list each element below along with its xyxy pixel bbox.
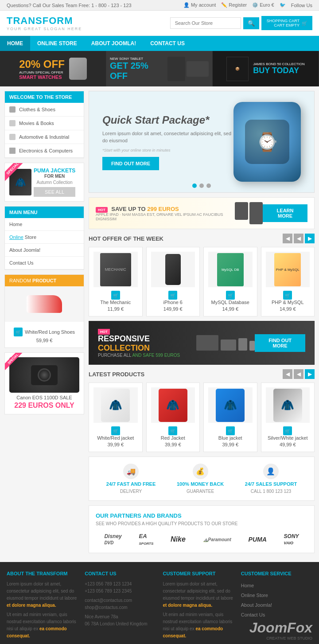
white-jacket-cart-btn[interactable]: 🛒 (111, 426, 120, 435)
features-section: 🚚 24/7 FAST AND FREE DELIVERY 💰 100% MON… (89, 457, 315, 501)
sidebar-item-clothes[interactable]: Clothes & Shoes (5, 103, 84, 117)
latest-next[interactable]: ▶ (305, 369, 315, 379)
cart-label: SHOPPING CART (267, 19, 300, 23)
hot-offer-prev2[interactable]: ◀ (294, 234, 303, 243)
random-product-price: 59,99 € (9, 338, 79, 343)
save-text: SAVE UP TO 299 EUROS (111, 206, 179, 212)
promo-banner: HOT SAVE UP TO 299 EUROS APPLE IPAD · NA… (89, 197, 315, 229)
iphone-price: 149,99 € (151, 306, 195, 312)
promo-subtitle: FOR MEN (34, 174, 75, 179)
mechanic-cart-btn[interactable]: 🛒 (111, 291, 120, 300)
banner-watches[interactable]: 20% OFF AUTUMN SPECIAL OFFER SMART WATCH… (0, 51, 106, 86)
cart-button[interactable]: SHOPPING CART CART EMPTY 🛒 (261, 16, 312, 30)
latest-prev1[interactable]: ◀ (283, 369, 292, 379)
mysql-cart-btn[interactable]: 🛒 (226, 291, 235, 300)
money-back-icon: 💰 (193, 464, 208, 479)
footer-email1: contact@contactus.com (85, 597, 156, 604)
header: TRANSFORM YOUR GREAT SLOGAN HERE 🔍 SHOPP… (0, 11, 319, 36)
banner-bond-content: JAMES BOND 50 COLLECTION BUY TODAY (253, 62, 304, 75)
sidebar-category-label: Movies & Books (19, 121, 54, 126)
footer-link-about[interactable]: About Joomla! (241, 600, 312, 610)
silver-jacket-cart-btn[interactable]: 🛒 (283, 426, 292, 435)
my-account-link[interactable]: 👤 My account (183, 2, 216, 8)
hero-slider: Quick Start Package* Lorem ipsum dolor s… (89, 91, 315, 193)
slider-dot-2[interactable] (199, 183, 204, 188)
banner-watches-title: SMART WATCHES (19, 74, 65, 80)
banner-tablet-discount: GET 25% OFF (110, 61, 163, 81)
search-input[interactable] (170, 17, 241, 29)
random-product-info: 🛒 White/Red Long Shoes 59,99 € (5, 325, 84, 347)
feature-money-back-sub: GUARANTEE (187, 489, 214, 494)
search-button[interactable]: 🔍 (243, 17, 259, 29)
learn-more-button[interactable]: LEARN MORE (263, 204, 307, 222)
banner-bond[interactable]: 📦 JAMES BOND 50 COLLECTION BUY TODAY (213, 51, 319, 86)
resp-text: HOT RESPONSIVE COLLECTION PURCHASE ALL A… (98, 328, 196, 358)
banner-watches-label: AUTUMN SPECIAL OFFER (19, 70, 65, 74)
hot-offer-next[interactable]: ▶ (305, 234, 315, 243)
menu-item-contact[interactable]: Contact Us (5, 257, 84, 269)
footer-support: CUSTOMER SUPPORT Lorem ipsum dolor sit a… (163, 571, 234, 640)
currency-link[interactable]: ⚙️ Euro € (252, 2, 274, 8)
sidebar-item-electronics[interactable]: Electronics & Computers (5, 144, 84, 158)
nav-home[interactable]: HOME (0, 36, 30, 51)
twitter-link[interactable]: 🐦 (280, 2, 286, 8)
slider-dot-1[interactable] (192, 183, 197, 188)
devices-img (196, 335, 255, 351)
footer-link-contact[interactable]: Contact Us (241, 610, 312, 620)
iphone-shape (165, 254, 181, 285)
footer-grid: ABOUT THE TRANSFORM Lorem ipsum dolor si… (7, 571, 312, 640)
product-silver-jacket: 🧥 🛒 Silver/White jacket 49,99 € (261, 382, 315, 452)
phone-text: Questions? Call Our Sales Team Free: 1 -… (7, 3, 132, 8)
hero-watch-image: ⌚ (233, 102, 301, 182)
responsive-find-out-btn[interactable]: FIND OUT MORE (255, 334, 305, 352)
top-bar-right: 👤 My account ✏️ Register ⚙️ Euro € 🐦 Fol… (183, 2, 312, 8)
random-cart-icon[interactable]: 🛒 (14, 328, 23, 336)
sidebar-item-movies[interactable]: Movies & Books (5, 117, 84, 130)
footer-service-links: Home Online Store About Joomla! Contact … (241, 581, 312, 620)
latest-products-title: LATEST PRODUCTS (89, 371, 144, 378)
banner-tablet[interactable]: NEW SONY TABLET GET 25% OFF (106, 51, 213, 86)
hot-offer-prev[interactable]: ◀ (283, 234, 292, 243)
banner-watches-percent: 20% OFF (19, 58, 65, 70)
php-cart-btn[interactable]: 🛒 (283, 291, 292, 300)
iphone-cart-btn[interactable]: 🛒 (168, 291, 177, 300)
nav-online-store[interactable]: ONLINE STORE (30, 36, 84, 51)
canon-badge-wrap: SPECIAL (5, 353, 25, 373)
register-link[interactable]: ✏️ Register (221, 2, 247, 8)
top-bar: Questions? Call Our Sales Team Free: 1 -… (0, 0, 319, 11)
partners-title-colored: PARTNERS AND BRANDS (110, 512, 182, 519)
footer-address: Nice Avenue 78a 06 78A London United Kin… (85, 613, 156, 628)
php-price: 14,99 € (266, 306, 310, 312)
latest-products-header: LATEST PRODUCTS ◀ ◀ ▶ (89, 369, 315, 379)
canon-name: Canon EOS 1100D SALE (9, 395, 79, 400)
mysql-price: 14,99 € (208, 306, 253, 312)
laptop-img (221, 340, 236, 351)
footer-about-title: ABOUT THE TRANSFORM (7, 571, 78, 576)
php-price-row: 🛒 (266, 291, 310, 300)
nav-about-joomla[interactable]: ABOUT JOOMLA! (84, 36, 143, 51)
product-php-mysql: PHP & MySQL 🛒 PHP & MySQL 14,99 € (261, 247, 315, 316)
red-jacket-cart-btn[interactable]: 🛒 (168, 426, 177, 435)
latest-prev2[interactable]: ◀ (294, 369, 303, 379)
banner-bond-title: BUY TODAY (253, 66, 304, 75)
nav-contact-us[interactable]: CONTACT US (143, 36, 192, 51)
sidebar-item-auto[interactable]: Automotive & Industrial (5, 130, 84, 144)
hot-offer-grid: MECHANIC 🛒 The Mechanic 11,99 € 🛒 iP (89, 247, 315, 316)
banner-strip: 20% OFF AUTUMN SPECIAL OFFER SMART WATCH… (0, 51, 319, 86)
slider-dots (192, 183, 211, 188)
footer-link-online-store[interactable]: Online Store (241, 590, 312, 600)
see-all-button[interactable]: SEE ALL (34, 187, 75, 197)
hero-note: *Start with your online store in minutes (102, 148, 233, 152)
menu-item-about[interactable]: About Joomla! (5, 244, 84, 257)
find-out-more-button[interactable]: FIND OUT MORE (102, 157, 159, 170)
feature-support-title: 24/7 SALES SUPPORT (245, 481, 297, 487)
menu-item-online-store[interactable]: Online Store (5, 231, 84, 244)
footer-link-home[interactable]: Home (241, 581, 312, 590)
nike-logo: Nike (171, 535, 186, 543)
follow-us-link[interactable]: Follow Us (291, 3, 312, 8)
menu-item-home[interactable]: Home (5, 218, 84, 231)
mysql-cover: MySQL DB (217, 253, 244, 286)
slider-dot-3[interactable] (206, 183, 211, 188)
php-cover: PHP & MySQL (274, 253, 301, 286)
blue-jacket-cart-btn[interactable]: 🛒 (226, 426, 235, 435)
